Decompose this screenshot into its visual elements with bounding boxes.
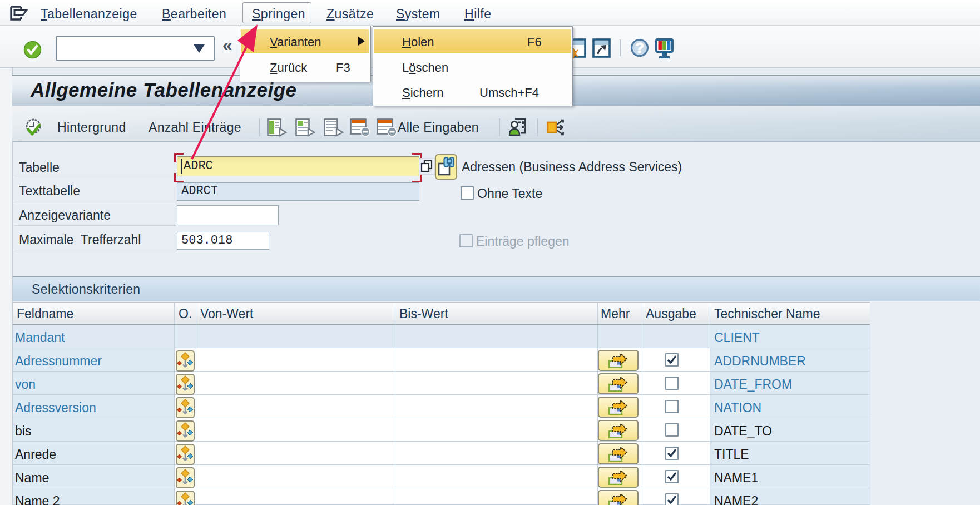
svg-text:?: ?: [635, 39, 644, 56]
